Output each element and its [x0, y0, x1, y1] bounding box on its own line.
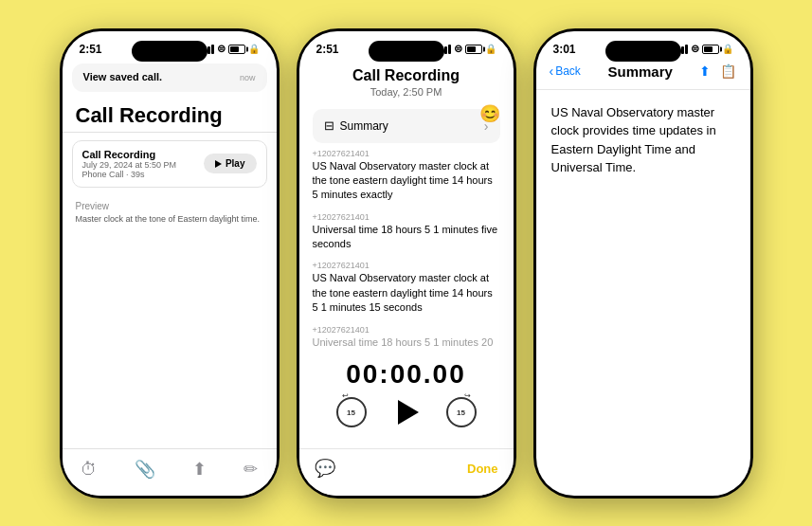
play-button-1[interactable]: Play — [204, 154, 257, 173]
lock-icon-2: 🔒 — [485, 44, 496, 54]
transcript-text-4: Universal time 18 hours 5 1 minutes 20 — [313, 336, 500, 350]
p3-nav-action-icons: ⬆ 📋 — [699, 63, 736, 79]
transcript-text-1: US Naval Observatory master clock at the… — [313, 159, 500, 203]
wifi-icon-1: ⊜ — [217, 43, 226, 55]
preview-section: Preview Master clock at the tone of East… — [63, 195, 277, 229]
tab-attachments[interactable]: 📎 — [135, 459, 155, 480]
transcript-item-1: +12027621401 US Naval Observatory master… — [313, 149, 500, 203]
status-icons-3: ⊜ 🔒 — [674, 43, 733, 55]
bottom-tab-bar-1: ⏱ 📎 ⬆ ✏ — [63, 448, 277, 496]
preview-label: Preview — [76, 201, 263, 211]
play-triangle-icon — [215, 160, 222, 168]
bookmark-icon[interactable]: 📋 — [720, 63, 736, 79]
share-icon[interactable]: ⬆ — [699, 63, 711, 79]
lock-icon-1: 🔒 — [248, 44, 260, 54]
status-icons-1: ⊜ 🔒 — [200, 43, 260, 55]
wifi-icon-2: ⊜ — [454, 43, 462, 55]
play-label: Play — [226, 158, 245, 169]
skip-back-button[interactable]: 15 ↩ — [336, 397, 367, 427]
dynamic-island-3 — [605, 41, 681, 62]
battery-icon-2 — [465, 45, 482, 54]
transcript-number-4: +12027621401 — [313, 325, 500, 335]
transcript-text-2: Universal time 18 hours 5 1 minutes five… — [313, 223, 500, 252]
p2-subtitle: Today, 2:50 PM — [299, 86, 514, 98]
phone-3: 3:01 ⊜ 🔒 Back Summary — [533, 28, 753, 499]
notification-title: View saved call. — [83, 71, 163, 82]
timer-display: 00:00.00 — [299, 359, 514, 390]
battery-icon-1 — [228, 45, 245, 54]
call-item[interactable]: Call Recording July 29, 2024 at 5:50 PM … — [72, 140, 267, 188]
status-time-2: 2:51 — [316, 43, 339, 56]
p2-title: Call Recording — [299, 67, 514, 84]
dynamic-island-1 — [132, 41, 208, 62]
call-item-name: Call Recording — [82, 149, 204, 160]
phone-1: 2:51 ⊜ 🔒 View saved call. now — [60, 28, 280, 499]
call-item-type: Phone Call · 39s — [82, 170, 204, 179]
transcript-number-3: +12027621401 — [313, 261, 500, 270]
playback-controls: 15 ↩ 15 ↪ — [299, 395, 514, 429]
status-time-1: 2:51 — [80, 43, 102, 56]
summary-icon: ⊟ — [324, 118, 334, 133]
back-label: Back — [555, 64, 581, 78]
notification-time: now — [240, 73, 256, 82]
tab-compose[interactable]: ✏ — [244, 459, 258, 480]
summary-row[interactable]: ⊟ Summary — [313, 109, 500, 143]
play-triangle-large — [398, 400, 419, 425]
call-item-date: July 29, 2024 at 5:50 PM — [82, 160, 204, 170]
transcript-item-2: +12027621401 Universal time 18 hours 5 1… — [313, 212, 500, 252]
back-button[interactable]: Back — [550, 63, 581, 79]
call-recording-title: Call Recording — [76, 103, 263, 128]
p3-nav-title: Summary — [607, 63, 672, 80]
chat-bubble-icon[interactable]: 💬 — [315, 458, 335, 479]
battery-icon-3 — [702, 45, 719, 54]
skip-back-icon: ↩ — [342, 391, 349, 400]
dynamic-island-2 — [369, 41, 444, 62]
skip-back-label: 15 — [347, 408, 355, 417]
transcript-item-3: +12027621401 US Naval Observatory master… — [313, 261, 500, 315]
p2-header: Call Recording Today, 2:50 PM 😊 — [299, 60, 514, 103]
skip-forward-button[interactable]: 15 ↪ — [446, 397, 477, 427]
tab-upload[interactable]: ⬆ — [192, 459, 207, 480]
p3-nav-bar: Back Summary ⬆ 📋 — [536, 60, 750, 85]
phone-2: 2:51 ⊜ 🔒 Call Recording Today, 2:50 PM 😊 — [297, 28, 516, 499]
summary-label: Summary — [340, 119, 388, 133]
transcript-number-2: +12027621401 — [313, 212, 500, 222]
notification-banner[interactable]: View saved call. now — [72, 63, 267, 92]
summary-row-left: ⊟ Summary — [324, 118, 388, 133]
tab-recent[interactable]: ⏱ — [81, 460, 98, 480]
call-recording-header: Call Recording — [63, 96, 277, 133]
p3-content: US Naval Observatory master clock provid… — [536, 94, 750, 187]
status-time-3: 3:01 — [553, 43, 576, 56]
p2-bottom-bar: 💬 Done — [299, 448, 514, 496]
back-chevron-icon — [550, 63, 554, 79]
summary-text: US Naval Observatory master clock provid… — [551, 103, 735, 177]
preview-text: Master clock at the tone of Eastern dayl… — [76, 214, 263, 224]
wifi-icon-3: ⊜ — [691, 43, 699, 55]
done-button[interactable]: Done — [467, 462, 498, 476]
transcript-list: +12027621401 US Naval Observatory master… — [299, 149, 514, 351]
transcript-number-1: +12027621401 — [313, 149, 500, 158]
call-item-info: Call Recording July 29, 2024 at 5:50 PM … — [82, 149, 204, 179]
skip-forward-icon: ↪ — [464, 391, 471, 400]
recording-emoji: 😊 — [479, 103, 500, 124]
play-pause-button[interactable] — [389, 395, 424, 429]
transcript-text-3: US Naval Observatory master clock at the… — [313, 271, 500, 315]
nav-divider — [536, 89, 750, 90]
status-icons-2: ⊜ 🔒 — [437, 43, 496, 55]
skip-forward-label: 15 — [457, 408, 465, 417]
lock-icon-3: 🔒 — [722, 44, 733, 54]
transcript-item-4: +12027621401 Universal time 18 hours 5 1… — [313, 325, 500, 350]
